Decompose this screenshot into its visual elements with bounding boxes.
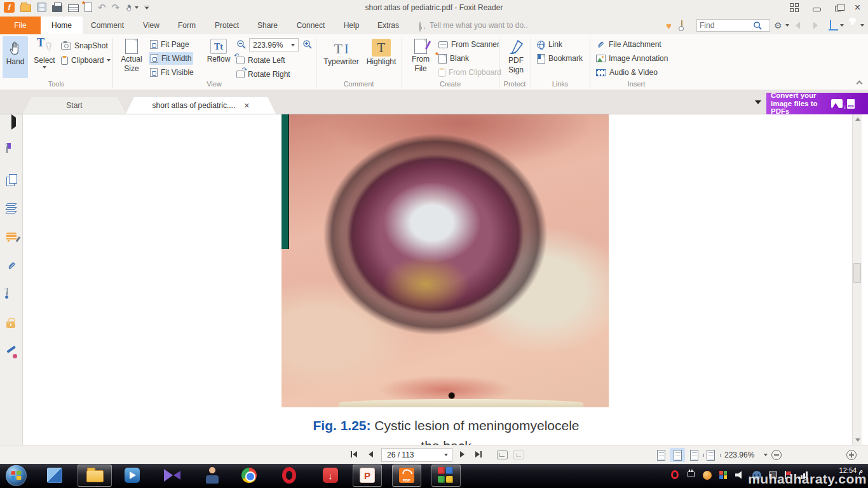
tab-form[interactable]: Form <box>170 17 203 34</box>
zoom-out-button[interactable] <box>236 39 247 51</box>
comments-panel-icon[interactable] <box>6 233 17 240</box>
fullscreen-grid-icon[interactable] <box>790 3 799 12</box>
attachments-panel-icon[interactable] <box>6 261 17 273</box>
scroll-down-icon[interactable] <box>855 438 860 442</box>
close-tab-icon[interactable]: × <box>244 100 249 111</box>
history-forward-icon[interactable] <box>813 22 818 29</box>
tab-share[interactable]: Share <box>250 17 285 34</box>
pages-panel-icon[interactable] <box>6 174 17 184</box>
last-page-button[interactable] <box>475 451 482 458</box>
scrollbar-thumb[interactable] <box>853 263 861 283</box>
start-button[interactable] <box>6 465 27 486</box>
zoom-level-combobox[interactable]: 223.96% <box>249 38 299 51</box>
vertical-scrollbar[interactable] <box>852 114 862 445</box>
tab-extras[interactable]: Extras <box>371 17 405 34</box>
tab-file[interactable]: File <box>0 17 41 34</box>
find-input[interactable] <box>697 21 753 30</box>
zoom-in-button[interactable] <box>302 39 313 51</box>
restore-button[interactable] <box>835 6 841 11</box>
hand-button[interactable]: Hand <box>3 36 28 78</box>
tray-opera-icon[interactable] <box>671 470 679 479</box>
convert-arrow-icon: ↓ <box>843 103 846 110</box>
chevron-down-icon <box>860 24 864 27</box>
image-annotation-button[interactable]: Image Annotation <box>596 52 668 65</box>
from-scanner-button[interactable]: From Scanner <box>438 38 499 51</box>
snapshot-button[interactable]: SnapShot <box>61 39 108 52</box>
bell-icon[interactable] <box>830 20 831 29</box>
typewriter-button[interactable]: TI Typewriter <box>322 36 361 78</box>
layers-panel-icon[interactable] <box>6 203 16 214</box>
tab-connect[interactable]: Connect <box>290 17 332 34</box>
tab-view[interactable]: View <box>135 17 168 34</box>
reflow-button[interactable]: Tt Reflow <box>205 36 233 78</box>
group-label-comment: Comment <box>316 80 402 88</box>
continuous-view-button[interactable] <box>670 448 685 462</box>
collapse-ribbon-icon[interactable] <box>857 81 863 87</box>
history-back-icon[interactable] <box>796 22 800 29</box>
tab-comment[interactable]: Comment <box>85 17 130 34</box>
explorer-folder-icon[interactable] <box>86 468 104 482</box>
banner-dropdown-icon[interactable] <box>755 100 761 104</box>
chevron-down-icon[interactable] <box>785 24 789 27</box>
next-page-button[interactable] <box>460 451 465 458</box>
close-button[interactable]: × <box>855 3 860 12</box>
gear-icon[interactable]: ⚙ <box>774 20 782 30</box>
actual-size-button[interactable]: Actual Size <box>117 36 146 78</box>
fit-width-button[interactable]: Fit Width <box>149 52 193 65</box>
audio-video-button[interactable]: Audio & Video <box>596 66 658 79</box>
zoom-percentage[interactable]: 223.96% <box>724 451 754 459</box>
convert-images-banner[interactable]: Convert your image files to PDFs ↓ PDF <box>766 93 868 114</box>
sign-panel-icon[interactable] <box>6 347 18 358</box>
expand-panel-icon[interactable] <box>11 118 16 126</box>
tray-plug-icon[interactable] <box>688 470 695 477</box>
first-page-button[interactable] <box>351 451 357 458</box>
zoom-in-button[interactable] <box>846 450 857 460</box>
search-document-icon[interactable] <box>681 21 682 30</box>
tab-start[interactable]: Start <box>23 97 126 114</box>
bookmarks-panel-icon[interactable] <box>6 144 8 152</box>
powerpoint-icon[interactable]: P <box>360 468 375 483</box>
signature-panel-icon[interactable] <box>6 288 8 297</box>
highlight-button[interactable]: T Highlight <box>363 36 399 78</box>
page-number-input[interactable] <box>386 450 437 460</box>
search-icon[interactable] <box>753 21 763 30</box>
select-button[interactable]: T Select <box>31 36 58 78</box>
continuous-facing-view-button[interactable] <box>703 448 718 462</box>
chevron-down-icon[interactable] <box>764 454 768 456</box>
blocks-app-icon[interactable] <box>438 467 454 484</box>
minimize-button[interactable] <box>813 8 821 11</box>
foxit-icon[interactable]: PDF <box>399 468 414 483</box>
rotate-right-button[interactable]: Rotate Right <box>236 68 290 81</box>
facing-view-button[interactable] <box>686 448 702 462</box>
blank-button[interactable]: * Blank <box>438 52 469 65</box>
taskbar-app-cube[interactable] <box>47 468 62 483</box>
taskbar-app-idm[interactable]: ↓ <box>323 468 338 483</box>
tab-home[interactable]: Home <box>41 17 83 34</box>
pdf-sign-button[interactable]: PDF Sign <box>503 36 529 78</box>
tab-protect[interactable]: Protect <box>207 17 247 34</box>
rotate-left-button[interactable]: Rotate Left <box>236 54 285 67</box>
previous-page-button[interactable] <box>369 451 373 458</box>
previous-view-button[interactable] <box>497 451 508 459</box>
tab-document[interactable]: short atlas of pediatric.... × <box>126 97 276 114</box>
security-panel-icon[interactable] <box>6 318 15 328</box>
tab-help[interactable]: Help <box>336 17 367 34</box>
zoom-out-button[interactable] <box>771 450 782 460</box>
taskbar-app-chrome[interactable] <box>241 468 257 483</box>
single-page-view-button[interactable] <box>653 448 668 462</box>
taskbar-app-opera[interactable] <box>282 467 296 484</box>
favorites-heart-icon[interactable]: ♥ <box>666 20 672 31</box>
link-button[interactable]: Link <box>537 38 562 51</box>
taskbar-app-kmplayer[interactable] <box>164 467 180 484</box>
taskbar-app-mediaplayer[interactable] <box>125 468 140 483</box>
taskbar-app-mechanic[interactable] <box>205 467 220 484</box>
fit-visible-button[interactable]: Fit Visible <box>150 66 194 79</box>
from-file-button[interactable]: From File <box>407 36 435 78</box>
fit-page-button[interactable]: Fit Page <box>150 38 189 51</box>
chevron-down-icon[interactable] <box>444 454 448 456</box>
bookmark-button[interactable]: Bookmark <box>537 52 583 65</box>
clipboard-button[interactable]: Clipboard <box>61 54 111 67</box>
tell-me-search[interactable]: Tell me what you want to do.. <box>430 17 557 34</box>
file-attachment-button[interactable]: File Attachment <box>596 38 661 51</box>
scroll-up-icon[interactable] <box>855 118 860 121</box>
